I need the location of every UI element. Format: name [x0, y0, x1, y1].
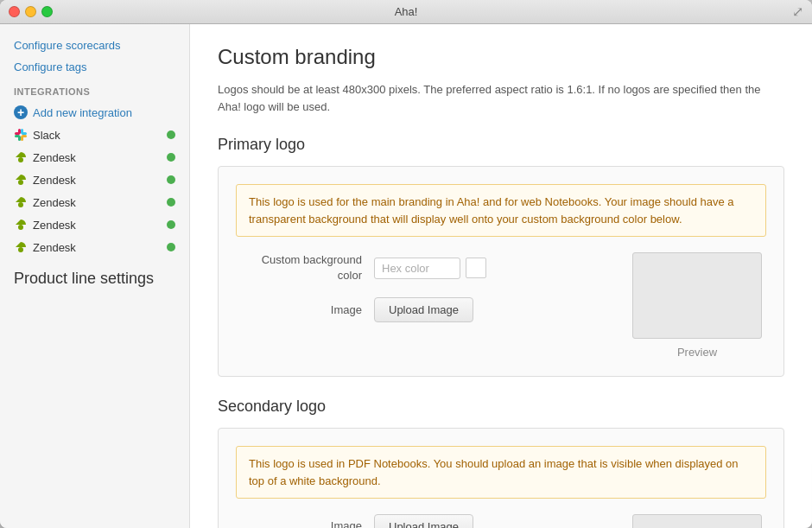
svg-point-8 — [18, 157, 23, 162]
svg-point-11 — [18, 225, 23, 230]
image-label: Image — [236, 302, 374, 318]
svg-rect-7 — [22, 135, 27, 137]
status-dot-zendesk-1 — [167, 153, 175, 162]
integration-label-zendesk-1: Zendesk — [33, 151, 167, 164]
secondary-preview-box — [632, 514, 762, 528]
secondary-logo-fields: Image Upload Image — [236, 514, 611, 528]
maximize-button[interactable] — [41, 6, 53, 17]
secondary-logo-preview — [628, 514, 766, 528]
status-dot-zendesk-2 — [167, 175, 175, 184]
integration-label-slack: Slack — [33, 129, 167, 142]
status-dot-slack — [167, 130, 175, 139]
add-integration-label: Add new integration — [33, 106, 132, 119]
primary-logo-info: This logo is used for the main branding … — [236, 184, 766, 237]
svg-point-9 — [18, 180, 23, 185]
zendesk-icon-4 — [14, 218, 28, 232]
integration-label-zendesk-3: Zendesk — [33, 196, 167, 209]
secondary-image-row: Image Upload Image — [236, 514, 611, 528]
integration-label-zendesk-2: Zendesk — [33, 174, 167, 187]
slack-icon — [14, 128, 28, 142]
background-color-label: Custom background color — [236, 252, 374, 283]
integration-item-slack[interactable]: Slack — [0, 124, 189, 146]
product-line-settings-label: Product line settings — [0, 258, 189, 296]
svg-point-12 — [18, 247, 23, 252]
image-row: Image Upload Image — [236, 297, 611, 322]
primary-logo-section: This logo is used for the main branding … — [218, 166, 784, 377]
minimize-button[interactable] — [25, 6, 36, 17]
svg-point-10 — [18, 202, 23, 207]
integration-item-zendesk-4[interactable]: Zendesk — [0, 213, 189, 236]
secondary-upload-button[interactable]: Upload Image — [374, 514, 473, 528]
sidebar-link-scorecards[interactable]: Configure scorecards — [0, 35, 189, 56]
color-swatch[interactable] — [466, 258, 486, 278]
integration-label-zendesk-4: Zendesk — [33, 219, 167, 232]
window-title: Aha! — [395, 5, 418, 18]
integration-label-zendesk-5: Zendesk — [33, 241, 167, 254]
primary-logo-title: Primary logo — [218, 136, 784, 154]
app-body: Configure scorecards Configure tags INTE… — [0, 24, 812, 528]
secondary-logo-info: This logo is used in PDF Notebooks. You … — [236, 446, 766, 499]
integration-item-zendesk-2[interactable]: Zendesk — [0, 169, 189, 191]
page-title: Custom branding — [218, 45, 784, 69]
primary-logo-preview: Preview — [628, 252, 766, 359]
secondary-logo-form: Image Upload Image — [236, 514, 766, 528]
status-dot-zendesk-3 — [167, 198, 175, 207]
close-button[interactable] — [9, 6, 20, 17]
titlebar: Aha! ⤢ — [0, 0, 812, 24]
integration-item-zendesk-3[interactable]: Zendesk — [0, 191, 189, 213]
zendesk-icon-5 — [14, 240, 28, 254]
sidebar: Configure scorecards Configure tags INTE… — [0, 24, 190, 528]
primary-logo-form: Custom background color Image Upload Ima… — [236, 252, 766, 359]
description-text: Logos should be at least 480x300 pixels.… — [218, 81, 784, 115]
integration-item-zendesk-1[interactable]: Zendesk — [0, 146, 189, 169]
app-window: Aha! ⤢ Configure scorecards Configure ta… — [0, 0, 812, 528]
window-controls — [9, 6, 53, 17]
primary-logo-fields: Custom background color Image Upload Ima… — [236, 252, 611, 359]
svg-rect-5 — [15, 135, 20, 137]
integrations-section-label: INTEGRATIONS — [0, 78, 189, 101]
secondary-logo-title: Secondary logo — [218, 398, 784, 416]
add-integration-button[interactable]: + Add new integration — [0, 101, 189, 124]
svg-rect-1 — [15, 132, 20, 135]
preview-box — [632, 252, 762, 339]
secondary-image-label: Image — [236, 518, 374, 528]
background-color-row: Custom background color — [236, 252, 611, 283]
resize-icon[interactable]: ⤢ — [792, 3, 803, 20]
integration-item-zendesk-5[interactable]: Zendesk — [0, 236, 189, 258]
add-icon: + — [14, 105, 28, 119]
status-dot-zendesk-4 — [167, 220, 175, 229]
preview-label: Preview — [677, 346, 717, 359]
zendesk-icon-1 — [14, 150, 28, 164]
hex-color-input[interactable] — [374, 258, 460, 279]
status-dot-zendesk-5 — [167, 243, 175, 251]
main-content: Custom branding Logos should be at least… — [190, 24, 812, 528]
zendesk-icon-3 — [14, 195, 28, 209]
secondary-logo-section: This logo is used in PDF Notebooks. You … — [218, 428, 784, 528]
zendesk-icon-2 — [14, 173, 28, 187]
svg-rect-3 — [22, 132, 27, 135]
primary-upload-button[interactable]: Upload Image — [374, 297, 473, 322]
sidebar-link-tags[interactable]: Configure tags — [0, 56, 189, 78]
